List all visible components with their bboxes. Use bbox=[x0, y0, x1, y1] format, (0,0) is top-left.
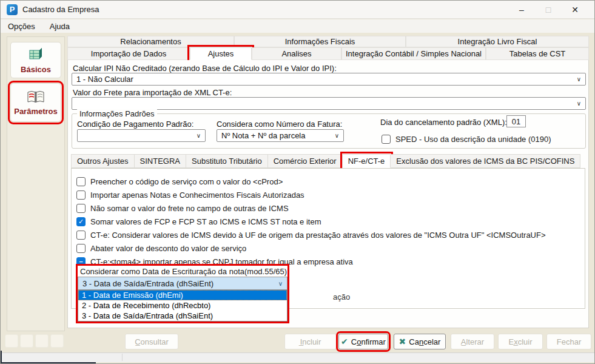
cancel-x-icon: ✖ bbox=[399, 337, 406, 346]
dropdown-option[interactable]: 2 - Data de Recebimento (dhRecbto) bbox=[78, 300, 287, 311]
basicos-icon bbox=[27, 47, 44, 62]
parametros-icon bbox=[27, 90, 45, 104]
numero-fatura-combobox[interactable]: Nº Nota + Nº da parcela ∨ bbox=[217, 129, 344, 142]
toolbar-blank-button[interactable] bbox=[20, 334, 33, 348]
chevron-down-icon: ∨ bbox=[577, 100, 581, 107]
checkbox[interactable] bbox=[76, 204, 86, 213]
checkbox[interactable] bbox=[76, 244, 86, 253]
title-bar: P Cadastro da Empresa – □ ✕ bbox=[1, 1, 594, 19]
toolbar-blank-button[interactable] bbox=[35, 334, 49, 348]
cancelar-button[interactable]: ✖ Can̲celar bbox=[394, 334, 446, 349]
checkbox-label: Importar apenas Notas e Conhecimentos Fi… bbox=[90, 190, 304, 200]
escrituracao-group: Considerar como Data de Escrituração da … bbox=[76, 264, 289, 323]
chevron-down-icon: ∨ bbox=[278, 280, 283, 287]
ipi-label: Calcular IPI Não Creditado (zerando Base… bbox=[73, 64, 337, 73]
sped-label: SPED - Uso da descrição da unidade (0190… bbox=[395, 135, 551, 144]
condicao-pagamento-combobox[interactable]: ∨ bbox=[77, 129, 206, 142]
menu-bar: Opções Ajuda bbox=[1, 19, 594, 33]
button-label: Fechar bbox=[557, 337, 581, 346]
checkbox-row[interactable]: Abater valor de desconto do valor de ser… bbox=[76, 243, 246, 254]
menu-ajuda[interactable]: Ajuda bbox=[42, 22, 77, 31]
sidebar-item-basicos[interactable]: Básicos bbox=[10, 42, 61, 78]
confirm-check-icon: ✔ bbox=[341, 337, 348, 346]
toolbar-blank-button[interactable] bbox=[50, 334, 64, 348]
subtab-nfe-cte[interactable]: NF-e/CT-e bbox=[343, 154, 391, 168]
numero-fatura-value: Nº Nota + Nº da parcela bbox=[221, 131, 305, 140]
subtab-exclusao-icms[interactable]: Exclusão dos valores de ICMS da BC PIS/C… bbox=[391, 154, 580, 168]
dia-cancelamento-input[interactable]: 01 bbox=[506, 115, 526, 127]
subtab-sintegra[interactable]: SINTEGRA bbox=[135, 154, 186, 168]
checkbox-row[interactable]: Preencher o código de serviço com o valo… bbox=[76, 176, 283, 187]
sped-checkbox-row[interactable]: SPED - Uso da descrição da unidade (0190… bbox=[382, 133, 551, 144]
escrituracao-dropdown-list: 1 - Data de Emissão (dhEmi) 2 - Data de … bbox=[78, 290, 287, 322]
app-logo-icon: P bbox=[7, 4, 18, 15]
checkbox-label: Preencher o código de serviço com o valo… bbox=[90, 177, 283, 186]
condicao-pagamento-label: Condição de Pagamento Padrão: bbox=[77, 120, 193, 129]
sidebar: Básicos Parâmetros bbox=[7, 36, 65, 331]
checkbox-label: Somar valores de FCP e FCP ST ao ICMS e … bbox=[90, 217, 321, 226]
chevron-down-icon: ∨ bbox=[197, 132, 201, 139]
checkbox-row[interactable]: Importar apenas Notas e Conhecimentos Fi… bbox=[76, 189, 304, 200]
tab-relacionamentos[interactable]: Relacionamentos bbox=[67, 36, 234, 47]
informacoes-padroes-groupbox: Informações Padrões Condição de Pagament… bbox=[72, 113, 586, 149]
sped-checkbox[interactable] bbox=[382, 135, 391, 144]
toolbar-blank-button[interactable] bbox=[5, 334, 18, 348]
checkbox[interactable] bbox=[76, 177, 86, 186]
tab-analises[interactable]: Analises bbox=[252, 47, 341, 60]
checkbox-row[interactable]: Não somar o valor do frete no campo de o… bbox=[76, 203, 289, 214]
maximize-button: □ bbox=[535, 1, 562, 18]
subtab-comercio-exterior[interactable]: Comércio Exterior bbox=[268, 154, 343, 168]
app-window: P Cadastro da Empresa – □ ✕ Opções Ajuda… bbox=[0, 0, 595, 364]
sidebar-item-parametros[interactable]: Parâmetros bbox=[10, 83, 61, 122]
checkbox-label: Não somar o valor do frete no campo de o… bbox=[90, 204, 289, 213]
tab-informacoes-fiscais[interactable]: Informações Fiscais bbox=[234, 36, 406, 47]
button-label: Ex̲cluir bbox=[508, 337, 532, 346]
frete-combobox[interactable]: ∨ bbox=[72, 97, 586, 110]
dia-cancelamento-label: Dia do cancelamento padrão (XML): bbox=[380, 118, 507, 127]
dropdown-option[interactable]: 1 - Data de Emissão (dhEmi) bbox=[78, 290, 287, 300]
checkbox[interactable] bbox=[76, 190, 86, 200]
dropdown-option[interactable]: 3 - Data de Saída/Entrada (dhSaiEnt) bbox=[78, 311, 287, 321]
window-title: Cadastro da Empresa bbox=[22, 5, 99, 14]
checkbox-label: Abater valor de desconto do valor de ser… bbox=[90, 244, 246, 253]
tab-tabelas-cst[interactable]: Tabelas de CST bbox=[486, 47, 589, 60]
subtab-strip: Outros Ajustes SINTEGRA Substituto Tribu… bbox=[71, 154, 580, 168]
tab-importacao-de-dados[interactable]: Importação de Dados bbox=[67, 47, 190, 60]
close-button[interactable]: ✕ bbox=[562, 1, 588, 18]
button-label: Can̲celar bbox=[409, 337, 440, 346]
escrituracao-label: Considerar como Data de Escrituração da … bbox=[78, 266, 287, 277]
tab-integracao-contabil[interactable]: Integração Contábil / Simples Nacional bbox=[341, 47, 486, 60]
tab-ajustes[interactable]: Ajustes bbox=[190, 47, 252, 60]
numero-fatura-label: Considera como Número da Fatura: bbox=[217, 120, 342, 129]
subtab-substituto-tributario[interactable]: Substituto Tributário bbox=[186, 154, 268, 168]
button-label: Co̲nfirmar bbox=[351, 337, 386, 346]
incluir-button: I̲ncluir bbox=[284, 334, 337, 349]
frete-label: Valor do Frete para importação de XML CT… bbox=[73, 88, 232, 97]
ipi-combobox[interactable]: 1 - Não Calcular ∨ bbox=[72, 73, 586, 86]
minimize-button[interactable]: – bbox=[508, 1, 535, 18]
fechar-button[interactable]: Fechar bbox=[546, 334, 591, 349]
chevron-down-icon: ∨ bbox=[335, 132, 339, 139]
checkbox-row[interactable]: CT-e: Considerar valores de ICMS devido … bbox=[76, 229, 546, 240]
button-label: C̲onsultar bbox=[135, 337, 169, 346]
excluir-button: Ex̲cluir bbox=[498, 334, 543, 349]
escrituracao-combobox[interactable]: 3 - Data de Saída/Entrada (dhSaiEnt) ∨ bbox=[78, 277, 287, 290]
menu-opcoes[interactable]: Opções bbox=[1, 22, 42, 31]
sidebar-item-label: Básicos bbox=[21, 65, 51, 74]
occluded-label-fragment: ação bbox=[333, 292, 350, 302]
chevron-down-icon: ∨ bbox=[577, 76, 581, 83]
button-label: I̲ncluir bbox=[300, 337, 321, 346]
subtab-outros-ajustes[interactable]: Outros Ajustes bbox=[71, 154, 135, 168]
groupbox-title: Informações Padrões bbox=[77, 109, 157, 118]
status-bar-divider bbox=[122, 354, 123, 361]
sidebar-item-label: Parâmetros bbox=[14, 107, 58, 116]
consultar-button: C̲onsultar bbox=[125, 334, 178, 349]
checkbox[interactable] bbox=[76, 231, 86, 240]
confirmar-button[interactable]: ✔ Co̲nfirmar bbox=[338, 334, 388, 349]
button-label: A̲lterar bbox=[461, 337, 484, 346]
background-window-edge bbox=[1, 351, 2, 364]
tab-integracao-livro-fiscal[interactable]: Integração Livro Fiscal bbox=[406, 36, 589, 47]
checkbox[interactable]: ✓ bbox=[76, 217, 86, 226]
checkbox-row[interactable]: ✓Somar valores de FCP e FCP ST ao ICMS e… bbox=[76, 216, 321, 227]
checkbox-label: CT-e: Considerar valores de ICMS devido … bbox=[90, 231, 546, 240]
